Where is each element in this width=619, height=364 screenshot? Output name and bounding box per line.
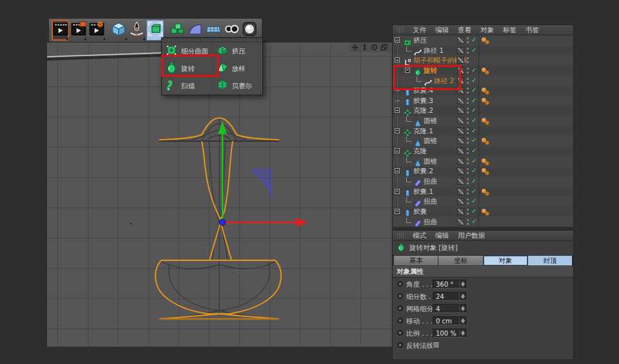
stepper-icon[interactable] [459, 317, 466, 325]
object-row[interactable]: 圆锥✓ [393, 157, 573, 167]
material-tag-icon[interactable] [482, 118, 486, 122]
visibility-dots-icon[interactable] [467, 209, 469, 211]
visibility-dots-icon[interactable] [467, 128, 469, 130]
object-row[interactable]: 路径 1✓ [393, 46, 573, 56]
object-label[interactable]: 扭曲 [424, 218, 437, 227]
property-value-field[interactable]: 360 ° [433, 280, 466, 289]
object-row[interactable]: 圆锥✓ [393, 116, 573, 126]
property-bullet-icon[interactable] [397, 305, 403, 311]
object-row[interactable]: 圆锥✓ [393, 136, 573, 146]
layer-toggle-icon[interactable] [457, 158, 464, 165]
material-tag-icon[interactable] [482, 168, 486, 173]
enabled-check-icon[interactable]: ✓ [471, 197, 477, 204]
generator-menu-item[interactable]: 贝赛尔 [213, 77, 263, 95]
object-row[interactable]: 扭曲✓ [393, 217, 573, 227]
layer-toggle-icon[interactable] [457, 97, 464, 104]
object-row[interactable]: 扭曲✓ [393, 177, 573, 187]
stepper-icon[interactable] [459, 280, 466, 288]
stepper-icon[interactable] [459, 292, 466, 300]
object-label[interactable]: 胶囊.3 [413, 97, 433, 106]
render-picture-viewer-button[interactable] [70, 20, 87, 41]
visibility-dots-icon[interactable] [467, 158, 469, 160]
layer-toggle-icon[interactable] [457, 77, 464, 84]
visibility-dots-icon[interactable] [467, 168, 469, 170]
object-label[interactable]: 圆锥 [424, 137, 437, 146]
visibility-dots-icon[interactable] [467, 37, 469, 39]
material-tag-icon[interactable] [482, 88, 486, 92]
material-tag-icon[interactable] [482, 138, 486, 142]
om-menu-item[interactable]: 对象 [480, 26, 494, 35]
object-label[interactable]: 胶囊.2 [413, 167, 433, 176]
pan-icon[interactable] [351, 44, 359, 51]
visibility-dots-icon[interactable] [467, 48, 469, 50]
visibility-dots-icon[interactable] [467, 88, 469, 90]
toggle-view-icon[interactable] [380, 44, 388, 51]
visibility-dots-icon[interactable] [467, 68, 469, 70]
material-tag-icon[interactable] [482, 209, 486, 213]
enabled-check-icon[interactable]: ✓ [471, 106, 477, 113]
material-tag-icon[interactable] [482, 37, 486, 42]
visibility-dots-icon[interactable] [467, 78, 469, 80]
material-tag-icon[interactable] [482, 189, 486, 193]
layer-toggle-icon[interactable] [457, 57, 464, 64]
object-label[interactable]: 胶囊.4 [413, 86, 433, 95]
property-bullet-icon[interactable] [397, 293, 403, 299]
layer-toggle-icon[interactable] [457, 218, 464, 225]
tab-坐标[interactable]: 坐标 [438, 256, 482, 265]
generator-menu-item[interactable]: 放样 [213, 60, 263, 77]
generator-menu-item[interactable]: 细分曲面 [162, 43, 212, 60]
render-view-button[interactable] [52, 20, 69, 41]
enabled-check-icon[interactable]: ✓ [471, 86, 477, 93]
enabled-check-icon[interactable]: ✓ [471, 46, 477, 53]
om-menu-item[interactable]: 文件 [413, 26, 426, 35]
enabled-check-icon[interactable]: ✓ [471, 77, 477, 84]
layer-toggle-icon[interactable] [457, 107, 464, 114]
om-menu-item[interactable]: 查看 [458, 26, 471, 35]
property-value-field[interactable]: 100 % [433, 329, 466, 338]
layer-toggle-icon[interactable] [457, 137, 464, 144]
material-tag-icon[interactable] [482, 158, 486, 163]
visibility-dots-icon[interactable] [467, 138, 469, 140]
layer-toggle-icon[interactable] [457, 87, 464, 94]
property-bullet-icon[interactable] [397, 281, 403, 287]
stepper-icon[interactable] [459, 305, 466, 312]
object-label[interactable]: 扭曲 [424, 197, 437, 206]
object-row[interactable]: 扭曲✓ [393, 196, 573, 207]
enabled-check-icon[interactable]: ✓ [471, 97, 477, 104]
property-bullet-icon[interactable] [397, 342, 403, 348]
panel-handle-icon[interactable] [397, 233, 404, 238]
object-label[interactable]: 扭曲 [424, 177, 437, 186]
stepper-icon[interactable] [459, 329, 466, 337]
object-row[interactable]: 挤压✓ [393, 35, 573, 46]
object-row[interactable]: 克隆✓ [393, 146, 573, 157]
object-label[interactable]: 克隆 [413, 147, 427, 156]
layer-toggle-icon[interactable] [457, 117, 464, 124]
visibility-dots-icon[interactable] [467, 219, 469, 221]
enabled-check-icon[interactable]: ✓ [471, 127, 477, 134]
visibility-dots-icon[interactable] [467, 108, 469, 110]
tab-基本[interactable]: 基本 [394, 256, 438, 265]
enabled-check-icon[interactable]: ✓ [471, 36, 477, 43]
enabled-check-icon[interactable]: ✓ [471, 218, 477, 225]
property-checkbox[interactable] [433, 341, 440, 349]
spline-pen-button[interactable] [128, 20, 146, 41]
visibility-dots-icon[interactable] [467, 178, 469, 180]
object-row[interactable]: 胶囊✓ [393, 207, 573, 217]
expand-toggle-icon[interactable] [405, 68, 410, 73]
render-settings-button[interactable] [88, 20, 105, 41]
object-label[interactable]: 圆锥 [424, 117, 437, 126]
generator-menu-item[interactable]: 挤压 [213, 43, 263, 60]
layer-toggle-icon[interactable] [457, 178, 464, 185]
object-label[interactable]: 圆锥 [424, 157, 437, 166]
enabled-check-icon[interactable]: ✓ [471, 157, 477, 164]
om-menu-item[interactable]: 编辑 [435, 26, 449, 35]
object-label[interactable]: 胶囊 [413, 207, 427, 216]
enabled-check-icon[interactable]: ✓ [471, 177, 477, 184]
generator-menu-item[interactable]: 扫描 [162, 77, 212, 95]
layer-toggle-icon[interactable] [457, 208, 464, 215]
object-label[interactable]: 路径 1 [424, 46, 444, 55]
object-label[interactable]: 克隆.1 [413, 127, 433, 136]
dolly-icon[interactable] [361, 44, 368, 51]
object-row[interactable]: 胶囊.3✓ [393, 96, 573, 106]
object-label[interactable]: 旋转 [424, 66, 437, 75]
